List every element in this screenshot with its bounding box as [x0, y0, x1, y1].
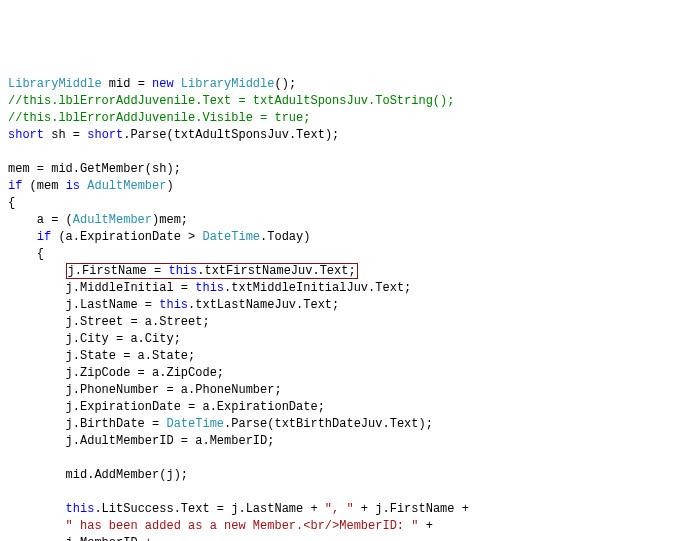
code-text: .Parse(txtAdultSponsJuv.Text); — [123, 128, 339, 142]
keyword-token: short — [8, 128, 44, 142]
keyword-token: this — [66, 502, 95, 516]
keyword-token: new — [152, 77, 174, 91]
string-token: ", " — [325, 502, 354, 516]
code-text: .LitSuccess.Text = j.LastName + — [94, 502, 324, 516]
type-token: LibraryMiddle — [181, 77, 275, 91]
code-line: j.ExpirationDate = a.ExpirationDate; — [8, 399, 687, 416]
keyword-token: if — [8, 179, 22, 193]
code-text — [8, 264, 66, 278]
code-text: mid = — [102, 77, 152, 91]
code-text: (mem — [22, 179, 65, 193]
code-text: + j.FirstName + — [354, 502, 469, 516]
keyword-token: is — [66, 179, 80, 193]
code-text: ) — [166, 179, 173, 193]
code-line: a = (AdultMember)mem; — [8, 212, 687, 229]
code-text: .txtFirstNameJuv.Text; — [197, 264, 355, 278]
blank-line — [8, 144, 687, 161]
highlighted-code: j.FirstName = this.txtFirstNameJuv.Text; — [66, 263, 358, 279]
keyword-token: this — [195, 281, 224, 295]
code-line: LibraryMiddle mid = new LibraryMiddle(); — [8, 76, 687, 93]
code-line: this.LitSuccess.Text = j.LastName + ", "… — [8, 501, 687, 518]
blank-line — [8, 484, 687, 501]
code-line: " has been added as a new Member.<br/>Me… — [8, 518, 687, 535]
code-text: sh = — [44, 128, 87, 142]
code-line: if (a.ExpirationDate > DateTime.Today) — [8, 229, 687, 246]
type-token: DateTime — [166, 417, 224, 431]
keyword-token: this — [168, 264, 197, 278]
code-text: j.LastName = — [8, 298, 159, 312]
code-text — [8, 519, 66, 533]
code-text: (a.ExpirationDate > — [51, 230, 202, 244]
code-line: short sh = short.Parse(txtAdultSponsJuv.… — [8, 127, 687, 144]
code-line: mid.AddMember(j); — [8, 467, 687, 484]
keyword-token: if — [37, 230, 51, 244]
type-token: AdultMember — [87, 179, 166, 193]
code-line: j.BirthDate = DateTime.Parse(txtBirthDat… — [8, 416, 687, 433]
comment-line: //this.lblErrorAddJuvenile.Visible = tru… — [8, 110, 687, 127]
keyword-token: this — [159, 298, 188, 312]
code-text — [8, 502, 66, 516]
code-text — [8, 230, 37, 244]
code-text: .Today) — [260, 230, 310, 244]
code-line: if (mem is AdultMember) — [8, 178, 687, 195]
code-text: + — [418, 519, 432, 533]
code-text: .txtMiddleInitialJuv.Text; — [224, 281, 411, 295]
blank-line — [8, 450, 687, 467]
code-line: j.City = a.City; — [8, 331, 687, 348]
code-line: j.LastName = this.txtLastNameJuv.Text; — [8, 297, 687, 314]
code-line: j.State = a.State; — [8, 348, 687, 365]
code-line: j.PhoneNumber = a.PhoneNumber; — [8, 382, 687, 399]
code-line: j.Street = a.Street; — [8, 314, 687, 331]
comment-line: //this.lblErrorAddJuvenile.Text = txtAdu… — [8, 93, 687, 110]
code-line: j.ZipCode = a.ZipCode; — [8, 365, 687, 382]
code-line: j.MemberID + — [8, 535, 687, 541]
code-block: LibraryMiddle mid = new LibraryMiddle();… — [8, 76, 687, 541]
code-line: { — [8, 195, 687, 212]
code-line: j.AdultMemberID = a.MemberID; — [8, 433, 687, 450]
code-text: (); — [274, 77, 296, 91]
code-text: .txtLastNameJuv.Text; — [188, 298, 339, 312]
keyword-token: short — [87, 128, 123, 142]
code-text: .Parse(txtBirthDateJuv.Text); — [224, 417, 433, 431]
code-line: mem = mid.GetMember(sh); — [8, 161, 687, 178]
code-text: j.FirstName = — [68, 264, 169, 278]
type-token: DateTime — [202, 230, 260, 244]
string-token: " has been added as a new Member.<br/>Me… — [66, 519, 419, 533]
code-text: a = ( — [8, 213, 73, 227]
code-text: j.BirthDate = — [8, 417, 166, 431]
code-line: { — [8, 246, 687, 263]
code-text — [174, 77, 181, 91]
code-line: j.MiddleInitial = this.txtMiddleInitialJ… — [8, 280, 687, 297]
code-text: )mem; — [152, 213, 188, 227]
code-line: j.FirstName = this.txtFirstNameJuv.Text; — [8, 263, 687, 280]
type-token: AdultMember — [73, 213, 152, 227]
type-token: LibraryMiddle — [8, 77, 102, 91]
code-text: j.MiddleInitial = — [8, 281, 195, 295]
